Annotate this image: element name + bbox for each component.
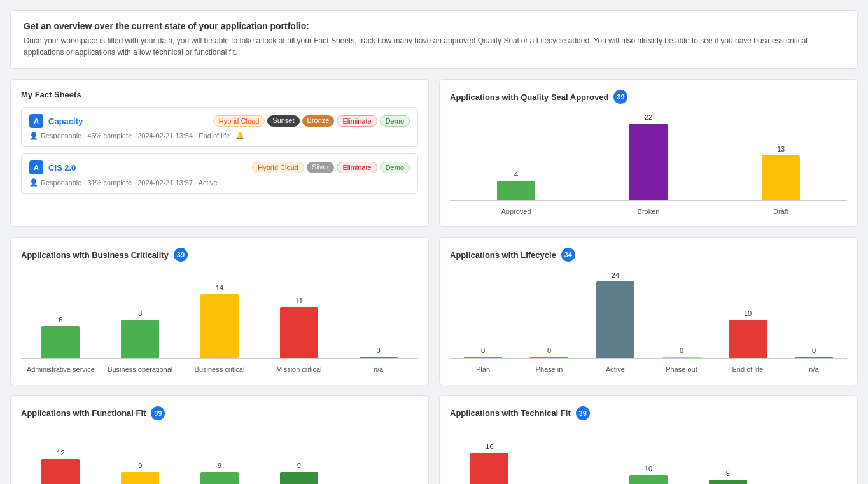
technical-fit-title: Applications with Technical Fit 39 bbox=[450, 406, 847, 420]
bar-phase-out: 0 bbox=[648, 346, 715, 358]
bar-active: 24 bbox=[582, 271, 648, 358]
bar-perfect: 9 bbox=[259, 462, 339, 484]
bar-appropriate: 9 bbox=[180, 462, 260, 484]
functional-fit-bars: 12 9 9 9 0 bbox=[21, 428, 418, 484]
lifecycle-badge: 34 bbox=[561, 248, 575, 262]
functional-fit-badge: 39 bbox=[151, 406, 165, 420]
functional-fit-title: Applications with Functional Fit 39 bbox=[21, 406, 418, 420]
bar-end-of-life: 10 bbox=[715, 310, 781, 358]
bar-fully-appropriate: 9 bbox=[688, 469, 767, 484]
technical-fit-chart: 16 4 10 9 0 bbox=[450, 428, 847, 484]
bar-phase-in: 0 bbox=[516, 346, 582, 358]
business-criticality-card: Applications with Business Criticality 3… bbox=[10, 237, 429, 385]
quality-seal-title: Applications with Quality Seal Approved … bbox=[450, 90, 847, 104]
cis-tags: Hybrid Cloud Silver Eliminate Demo bbox=[252, 162, 410, 173]
bar-approved: 4 bbox=[450, 171, 582, 200]
bar-draft: 13 bbox=[715, 145, 847, 200]
quality-seal-chart: 4 22 13 Approved Broken Draft bbox=[450, 111, 847, 216]
bar-biz-critical: 14 bbox=[180, 284, 260, 358]
functional-fit-card: Applications with Functional Fit 39 12 9… bbox=[10, 395, 429, 484]
tag-sunset[interactable]: Sunset bbox=[267, 115, 299, 127]
lifecycle-labels: Plan Phase in Active Phase out End of li… bbox=[450, 362, 847, 374]
bar-na-bc: 0 bbox=[339, 346, 418, 358]
business-criticality-badge: 39 bbox=[174, 248, 188, 262]
business-criticality-bars: 6 8 14 11 0 bbox=[21, 269, 418, 359]
bar-biz-op: 8 bbox=[101, 310, 180, 358]
functional-fit-chart: 12 9 9 9 0 bbox=[21, 428, 418, 484]
my-fact-sheets-card: My Fact Sheets A Capacity Hybrid Cloud S… bbox=[10, 79, 429, 227]
business-criticality-title: Applications with Business Criticality 3… bbox=[21, 248, 418, 262]
cis-meta: 👤 Responsable · 31% complete · 2024-02-2… bbox=[29, 178, 410, 187]
business-criticality-labels: Administrative service Business operatio… bbox=[21, 362, 418, 374]
technical-fit-bars: 16 4 10 9 0 bbox=[450, 428, 847, 484]
avatar-cis: A bbox=[29, 160, 43, 174]
banner-description: Once your workspace is filled with your … bbox=[24, 35, 844, 58]
quality-seal-badge: 39 bbox=[613, 90, 627, 104]
capacity-tags: Hybrid Cloud Sunset Bronze Eliminate Dem… bbox=[213, 115, 410, 127]
technical-fit-card: Applications with Technical Fit 39 16 4 … bbox=[439, 395, 858, 484]
tag-demo-cis[interactable]: Demo bbox=[380, 162, 410, 173]
lifecycle-card: Applications with Lifecycle 34 0 0 24 bbox=[439, 237, 858, 385]
bar-inappropriate: 16 bbox=[450, 443, 529, 484]
banner-title: Get an overview over the current state o… bbox=[24, 21, 844, 31]
bar-mission-critical: 11 bbox=[259, 297, 339, 358]
tag-hybrid-cloud[interactable]: Hybrid Cloud bbox=[213, 115, 265, 127]
tag-eliminate[interactable]: Eliminate bbox=[337, 115, 377, 127]
info-banner: Get an overview over the current state o… bbox=[10, 10, 858, 69]
bar-unreasonable-ff: 12 bbox=[21, 449, 101, 484]
capacity-meta: 👤 Responsable · 46% complete · 2024-02-2… bbox=[29, 132, 410, 140]
bar-na-lc: 0 bbox=[781, 346, 847, 358]
quality-seal-card: Applications with Quality Seal Approved … bbox=[439, 79, 858, 227]
lifecycle-bars: 0 0 24 0 10 bbox=[450, 269, 847, 359]
quality-seal-bars: 4 22 13 bbox=[450, 111, 847, 201]
tag-eliminate-cis[interactable]: Eliminate bbox=[337, 162, 377, 173]
fact-sheet-cis: A CIS 2.0 Hybrid Cloud Silver Eliminate … bbox=[21, 153, 418, 194]
quality-seal-labels: Approved Broken Draft bbox=[450, 204, 847, 216]
avatar-capacity: A bbox=[29, 114, 43, 128]
tag-silver[interactable]: Silver bbox=[307, 162, 335, 173]
lifecycle-title: Applications with Lifecycle 34 bbox=[450, 248, 847, 262]
bar-admin: 6 bbox=[21, 316, 101, 358]
fact-sheet-cis-link[interactable]: CIS 2.0 bbox=[48, 163, 76, 173]
lifecycle-chart: 0 0 24 0 10 bbox=[450, 269, 847, 374]
tag-demo[interactable]: Demo bbox=[380, 115, 410, 127]
technical-fit-badge: 39 bbox=[576, 406, 590, 420]
bar-broken: 22 bbox=[582, 113, 715, 200]
bar-insufficient: 9 bbox=[101, 462, 180, 484]
business-criticality-chart: 6 8 14 11 0 bbox=[21, 269, 418, 374]
fact-sheet-capacity-link[interactable]: Capacity bbox=[48, 117, 83, 126]
fact-sheets-title: My Fact Sheets bbox=[21, 90, 418, 99]
fact-sheet-capacity: A Capacity Hybrid Cloud Sunset Bronze El… bbox=[21, 107, 418, 147]
tag-bronze[interactable]: Bronze bbox=[302, 115, 335, 127]
bar-plan: 0 bbox=[450, 346, 516, 358]
tag-hybrid-cloud-cis[interactable]: Hybrid Cloud bbox=[252, 162, 304, 173]
bar-adequate: 10 bbox=[609, 465, 689, 484]
